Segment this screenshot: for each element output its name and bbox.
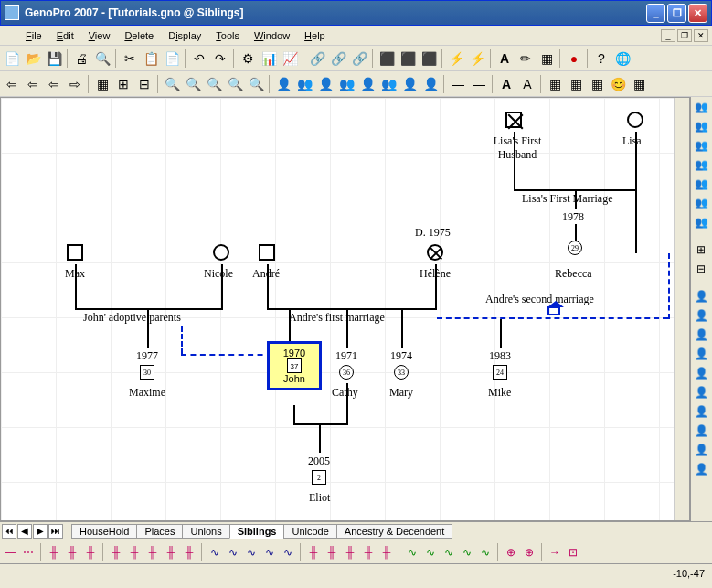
person-icon[interactable]: 👤 [315,74,335,94]
menu-file[interactable]: File [18,28,49,43]
menu-view[interactable]: View [81,28,118,43]
save-icon[interactable]: 💾 [44,48,64,69]
font-icon[interactable]: A [496,74,516,94]
maximize-button[interactable]: ❐ [667,4,686,23]
nav-icon[interactable]: ⇦ [23,74,43,94]
tool-icon[interactable]: ⚡ [446,48,466,69]
person-max[interactable] [67,244,83,261]
rel-icon[interactable]: ╫ [108,544,124,561]
side-tool-icon[interactable]: 👤 [692,441,710,459]
tab-nav-prev[interactable]: ◀ [17,524,32,539]
rel-icon[interactable]: ╫ [126,544,143,561]
person-icon[interactable]: 👥 [336,74,356,94]
rel-icon[interactable]: ╫ [82,544,99,561]
person-andre[interactable] [259,244,275,261]
tab-unions[interactable]: Unions [182,524,229,539]
rel-icon[interactable]: ∿ [261,544,278,561]
preview-icon[interactable]: 🔍 [92,48,112,69]
minimize-button[interactable]: _ [646,4,665,23]
menu-tools[interactable]: Tools [208,28,247,43]
person-icon[interactable]: 👥 [378,74,399,94]
rel-icon[interactable]: ∿ [225,544,241,561]
side-tool-icon[interactable]: 👤 [692,306,710,325]
person-icon[interactable]: 👤 [273,74,293,94]
rel-icon[interactable]: ∿ [422,544,439,561]
rel-icon[interactable]: ⋯ [20,544,37,561]
rel-icon[interactable]: → [547,544,563,561]
mdi-minimize[interactable]: _ [661,29,675,42]
zoom-icon[interactable]: 🔍 [246,74,266,94]
zoom-icon[interactable]: 🔍 [225,74,245,94]
person-lisa-husband[interactable] [505,112,522,128]
font-icon[interactable]: A [517,74,537,94]
link-icon[interactable]: — [469,74,489,94]
menu-delete[interactable]: Delete [117,28,161,43]
tab-siblings[interactable]: Siblings [229,524,285,539]
menu-window[interactable]: Window [247,28,297,43]
nav-icon[interactable]: ⇦ [44,74,64,94]
tool-icon[interactable]: ⚙ [238,48,258,69]
side-tool-icon[interactable]: 👥 [692,175,710,193]
tool-icon[interactable]: ⬛ [398,48,418,69]
color-icon[interactable]: ▦ [545,74,565,94]
side-tool-icon[interactable]: ⊞ [692,241,710,259]
canvas-workspace[interactable]: Lisa's FirstHusband Lisa Lisa's First Ma… [0,97,690,521]
menu-edit[interactable]: Edit [49,28,81,43]
side-tool-icon[interactable]: 👥 [692,194,710,212]
rel-icon[interactable]: ∿ [280,544,296,561]
person-icon[interactable]: 👤 [420,74,441,94]
rel-icon[interactable]: ╫ [360,544,377,561]
tab-places[interactable]: Places [136,524,183,539]
rel-icon[interactable]: — [2,544,18,561]
globe-icon[interactable]: 🌐 [612,48,632,69]
rel-icon[interactable]: ⊕ [521,544,537,561]
person-eliot[interactable]: 2 [312,470,326,485]
tool-icon[interactable]: ⚡ [467,48,487,69]
menu-display[interactable]: Display [161,28,208,43]
nav-icon[interactable]: ⇦ [2,74,22,94]
print-icon[interactable]: 🖨 [71,48,91,69]
side-tool-icon[interactable]: 👥 [692,213,710,231]
side-tool-icon[interactable]: 👤 [692,364,710,382]
zoom-icon[interactable]: 🔍 [183,74,203,94]
person-john-selected[interactable]: 1970 37 John [267,341,322,390]
rel-icon[interactable]: ╫ [305,544,322,561]
cut-icon[interactable]: ✂ [120,48,140,69]
color-icon[interactable]: ▦ [629,74,649,94]
open-icon[interactable]: 📂 [23,48,43,69]
text-icon[interactable]: A [494,48,515,69]
side-tool-icon[interactable]: 👤 [692,460,710,478]
rel-icon[interactable]: ∿ [404,544,420,561]
rel-icon[interactable]: ╫ [324,544,340,561]
side-tool-icon[interactable]: ⊟ [692,260,710,278]
scrollbar-vertical[interactable] [674,98,689,520]
nav-icon[interactable]: ⇨ [65,74,85,94]
side-tool-icon[interactable]: 👤 [692,345,710,363]
person-icon[interactable]: 👤 [357,74,377,94]
tool-icon[interactable]: 🔗 [328,48,348,69]
smiley-icon[interactable]: 😊 [608,74,628,94]
rel-icon[interactable]: ∿ [243,544,260,561]
rel-icon[interactable]: ∿ [207,544,223,561]
tool-icon[interactable]: 📈 [280,48,300,69]
record-icon[interactable]: ● [564,48,584,69]
tool-icon[interactable]: ▦ [537,48,557,69]
rel-icon[interactable]: ╫ [378,544,395,561]
layout-icon[interactable]: ⊟ [134,74,154,94]
layout-icon[interactable]: ⊞ [113,74,133,94]
color-icon[interactable]: ▦ [587,74,607,94]
rel-icon[interactable]: ╫ [64,544,80,561]
tool-icon[interactable]: 📊 [259,48,279,69]
mdi-close[interactable]: ✕ [694,29,708,42]
rel-icon[interactable]: ⊡ [565,544,581,561]
redo-icon[interactable]: ↷ [210,48,230,69]
side-tool-icon[interactable]: 👤 [692,422,710,440]
copy-icon[interactable]: 📋 [141,48,161,69]
draw-icon[interactable]: ✏ [515,48,536,69]
person-lisa[interactable] [627,112,643,128]
tab-household[interactable]: HouseHold [71,524,137,539]
person-nicole[interactable] [213,244,229,261]
person-mike[interactable]: 24 [493,365,507,380]
tab-nav-next[interactable]: ▶ [33,524,48,539]
zoom-icon[interactable]: 🔍 [204,74,224,94]
